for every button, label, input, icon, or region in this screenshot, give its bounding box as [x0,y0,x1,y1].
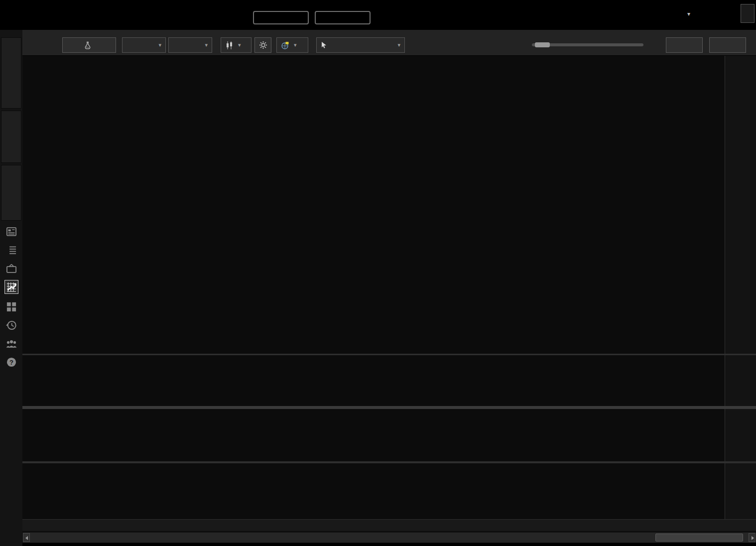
chart-type-dropdown[interactable]: ▾ [221,37,252,53]
accounts-menu[interactable]: ▾ [687,9,690,17]
range-dropdown[interactable]: ▾ [168,37,212,53]
iv-rank-field [55,3,100,4]
macd-study-header[interactable] [31,412,725,421]
app-window: ▾ ? [0,0,756,546]
chevron-down-icon: ▾ [397,42,400,48]
zoom-slider-thumb[interactable] [535,42,550,47]
chevron-down-icon: ▾ [687,10,690,17]
scrollbar-thumb[interactable] [655,534,743,542]
tv-icon[interactable] [5,262,18,275]
price-chart[interactable] [22,56,725,519]
scroll-left-button[interactable] [23,533,30,542]
candlestick-icon [225,41,234,50]
tab-positions[interactable] [1,37,21,109]
panel-separator[interactable] [22,406,756,409]
panel-separator[interactable] [22,354,756,355]
time-axis[interactable] [22,519,756,531]
active-tool-dropdown[interactable]: ▾ [316,37,405,53]
flask-icon [84,41,92,49]
price-axis[interactable] [725,56,756,519]
panel-separator[interactable] [22,461,756,463]
chevron-down-icon: ▾ [158,42,161,48]
tab-trade[interactable] [1,111,21,163]
last-size-field [115,3,184,4]
chart-toolbar: ▾ ▾ ▾ ▾ ▾ [22,30,756,56]
collapse-panel-button[interactable] [741,4,755,23]
chg-field [214,3,249,4]
watchlist-icon[interactable] [5,244,18,257]
tab-activity[interactable] [1,165,21,221]
patterns-icon [281,41,290,50]
chevron-down-icon: ▾ [205,42,208,48]
chevron-down-icon: ▾ [294,42,297,48]
zoom-slider[interactable] [532,43,643,46]
history-icon[interactable] [5,319,18,332]
help-icon[interactable]: ? [5,356,18,369]
left-sidebar: ? [0,30,22,546]
scroll-right-button[interactable] [749,533,756,542]
apps-grid-icon[interactable] [5,300,18,313]
load-button[interactable] [709,37,746,53]
chevron-down-icon: ▾ [238,42,241,48]
chart-settings-button[interactable] [254,37,271,53]
size-field [386,3,420,4]
indicators-button[interactable] [62,37,116,53]
bid-button[interactable] [253,11,309,24]
charts-icon[interactable] [5,280,18,293]
volume-field [426,3,460,4]
svg-text:?: ? [9,359,13,366]
cursor-icon [321,41,328,49]
quote-header: ▾ [0,0,756,30]
community-icon[interactable] [5,337,18,350]
ask-button[interactable] [315,11,371,24]
horizontal-scrollbar[interactable] [22,532,756,543]
stoch-study-header[interactable] [31,357,725,366]
drawing-set-dropdown[interactable]: ▾ [276,37,308,53]
timeframe-dropdown[interactable]: ▾ [122,37,166,53]
ivr-study-header[interactable] [31,466,725,475]
news-icon[interactable] [5,225,18,238]
save-button[interactable] [666,37,703,53]
gear-icon [259,41,267,49]
